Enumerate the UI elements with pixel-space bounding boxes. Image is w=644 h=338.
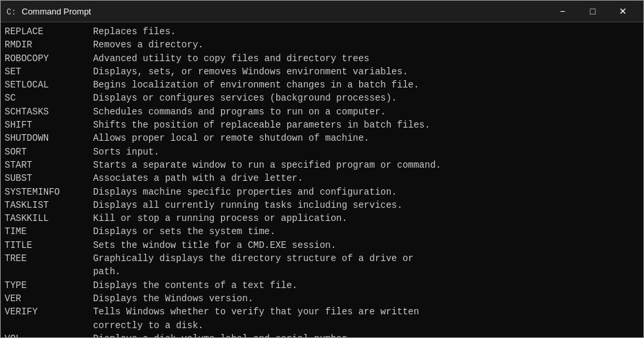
console-line: correctly to a disk. bbox=[5, 319, 639, 332]
console-line: SHIFT Shifts the position of replaceable… bbox=[5, 118, 639, 132]
close-button[interactable]: ✕ bbox=[608, 1, 638, 22]
console-line: path. bbox=[5, 265, 639, 278]
console-line: VER Displays the Windows version. bbox=[5, 292, 639, 305]
maximize-button[interactable]: □ bbox=[578, 1, 608, 22]
console-line: TYPE Displays the contents of a text fil… bbox=[5, 279, 639, 292]
console-line: TASKLIST Displays all currently running … bbox=[5, 199, 639, 212]
console-line: START Starts a separate window to run a … bbox=[5, 158, 639, 172]
console-line: SUBST Associates a path with a drive let… bbox=[5, 172, 639, 185]
console-line: VERIFY Tells Windows whether to verify t… bbox=[5, 305, 639, 318]
console-line: SCHTASKS Schedules commands and programs… bbox=[5, 105, 639, 118]
console-line: TITLE Sets the window title for a CMD.EX… bbox=[5, 239, 639, 252]
console-line: RMDIR Removes a directory. bbox=[5, 38, 639, 51]
console-line: SHUTDOWN Allows proper local or remote s… bbox=[5, 132, 639, 145]
window-title: Command Prompt bbox=[22, 7, 547, 16]
console-line: TIME Displays or sets the system time. bbox=[5, 225, 639, 238]
svg-text:C:: C: bbox=[7, 8, 16, 17]
console-line: SET Displays, sets, or removes Windows e… bbox=[5, 65, 639, 78]
minimize-button[interactable]: − bbox=[547, 1, 578, 22]
console-line: TREE Graphically displays the directory … bbox=[5, 252, 639, 265]
cmd-window: C: Command Prompt − □ ✕ REPLACE Replaces… bbox=[0, 0, 644, 338]
console-output[interactable]: REPLACE Replaces files.RMDIR Removes a d… bbox=[1, 22, 643, 337]
console-line: REPLACE Replaces files. bbox=[5, 25, 639, 38]
titlebar: C: Command Prompt − □ ✕ bbox=[1, 1, 643, 22]
console-line: ROBOCOPY Advanced utility to copy files … bbox=[5, 52, 639, 65]
console-line: SETLOCAL Begins localization of environm… bbox=[5, 78, 639, 91]
cmd-icon: C: bbox=[6, 5, 18, 17]
console-line: SORT Sorts input. bbox=[5, 145, 639, 158]
console-line: SC Displays or configures services (back… bbox=[5, 91, 639, 105]
console-line: SYSTEMINFO Displays machine specific pro… bbox=[5, 185, 639, 199]
console-line: VOL Displays a disk volume label and ser… bbox=[5, 332, 639, 337]
console-line: TASKKILL Kill or stop a running process … bbox=[5, 212, 639, 225]
window-controls: − □ ✕ bbox=[547, 1, 638, 22]
